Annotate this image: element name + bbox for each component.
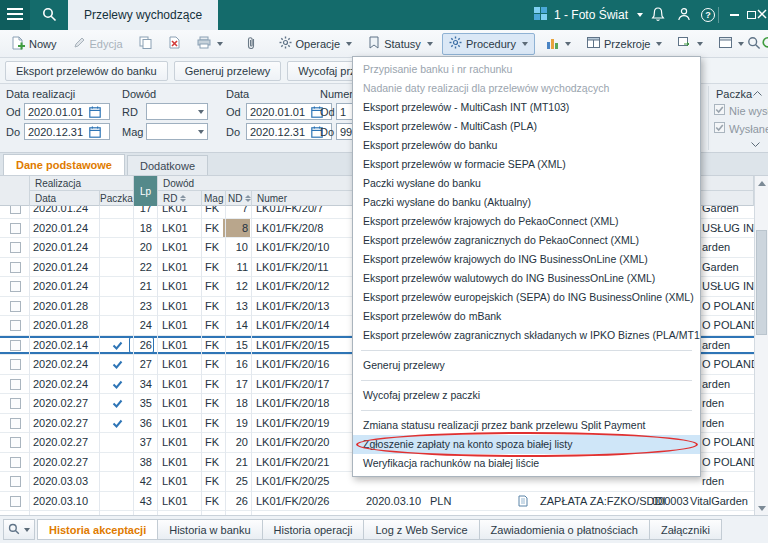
global-search-button[interactable] [36,0,62,30]
calendar-icon[interactable] [87,124,103,139]
delete-button[interactable] [161,33,188,55]
quick-search-button[interactable] [743,33,765,55]
views-dropdown-button[interactable]: Przekroje [580,33,669,55]
paczka-wyslane-checkbox[interactable] [714,122,725,133]
row-checkbox[interactable] [10,476,21,487]
menu-item[interactable]: Eksport przelewów do banku [353,136,700,155]
data-do-input[interactable] [247,126,309,138]
row-checkbox[interactable] [10,457,21,468]
row-checkbox[interactable] [10,223,21,234]
header-rd[interactable]: RD [158,191,202,206]
generate-transfers-button[interactable]: Generuj przelewy [174,61,282,81]
cell-data: 2020.01.24 [33,277,97,297]
menu-item[interactable]: Eksport przelewów krajowych do ING Busin… [353,250,700,269]
bottom-tab[interactable]: Załączniki [649,519,722,540]
company-context-selector[interactable]: 1 - Foto Świat [534,0,643,30]
operations-dropdown-button[interactable]: Operacje [272,33,360,55]
menu-item[interactable]: Eksport przelewów zagranicznych składany… [353,326,700,345]
title-bar: Przelewy wychodzące 1 - Foto Świat [0,0,768,30]
tab-dodatkowe[interactable]: Dodatkowe [127,155,208,175]
menu-item[interactable]: Zmiana statusu realizacji przez bank prz… [353,416,700,435]
row-checkbox[interactable] [10,320,21,331]
row-checkbox[interactable] [10,418,21,429]
menu-item[interactable]: Eksport przelewów krajowych do PekaoConn… [353,212,700,231]
print-button[interactable] [190,33,230,55]
menu-item[interactable]: Eksport przelewów w formacie SEPA (XML) [353,155,700,174]
paczka-niewyslane-checkbox[interactable] [714,104,725,115]
menu-item[interactable]: Weryfikacja rachunków na białej liście [353,454,700,473]
notifications-button[interactable] [646,0,670,30]
cell-lp: 21 [132,277,152,297]
row-checkbox[interactable] [10,242,21,253]
cell-lp: 27 [132,355,152,375]
row-checkbox[interactable] [10,398,21,409]
data-od-input[interactable] [247,106,309,118]
select-all-header[interactable] [0,176,30,206]
menu-item: Przypisanie banku i nr rachunku [353,60,700,79]
new-button[interactable]: Nowy [4,33,64,55]
gear-icon [279,36,292,51]
bottom-tab[interactable]: Historia akceptacji [37,519,158,540]
bottom-tab[interactable]: Log z Web Service [363,519,479,540]
vertical-scrollbar[interactable] [754,176,768,515]
menu-item[interactable]: Eksport przelewów walutowych do ING Busi… [353,269,700,288]
header-nd[interactable]: ND [226,191,252,206]
realizacja-do-input[interactable] [25,126,87,138]
window-tab-przelewy-wychodzace[interactable]: Przelewy wychodzące [68,0,218,30]
menu-item[interactable]: Generuj przelewy [353,356,700,375]
row-checkbox[interactable] [10,359,21,370]
menu-item[interactable]: Eksport przelewów - MultiCash (PLA) [353,117,700,136]
export-view-dropdown-button[interactable] [671,33,710,55]
expand-filter-button[interactable] [747,138,763,150]
scroll-down-button[interactable] [755,501,768,515]
menu-item[interactable]: Paczki wysłane do banku (Aktualny) [353,193,700,212]
cell-numer: LK01/FK/20/11 [256,258,366,278]
scrollbar-thumb[interactable] [756,230,767,335]
header-group-realizacja[interactable]: Realizacja [30,176,134,191]
calendar-icon[interactable] [87,104,103,119]
row-checkbox[interactable] [10,281,21,292]
header-mag[interactable]: Mag [202,191,226,206]
table-row[interactable]: 2020.03.1043LK01FK26LK01/FK/20/262020.03… [0,492,754,512]
row-checkbox[interactable] [10,262,21,273]
bottom-tab[interactable]: Historia w banku [157,519,262,540]
bookmark-icon [368,36,380,51]
rd-combo[interactable] [146,103,208,120]
header-lp[interactable]: Lp [134,176,158,206]
hamburger-menu-button[interactable] [0,0,30,30]
attachments-button[interactable] [240,33,262,55]
header-data[interactable]: Data [30,191,100,206]
menu-item[interactable]: Wycofaj przelew z paczki [353,386,700,405]
header-paczka[interactable]: Paczka [100,191,134,206]
row-checkbox[interactable] [10,437,21,448]
row-checkbox[interactable] [10,301,21,312]
row-checkbox[interactable] [10,206,21,214]
copy-button[interactable] [132,33,159,55]
row-checkbox[interactable] [10,340,21,351]
procedures-dropdown-button[interactable]: Procedury [442,33,535,55]
user-button[interactable] [672,0,696,30]
menu-item[interactable]: Eksport przelewów do mBank [353,307,700,326]
help-button[interactable] [696,0,720,30]
tab-dane-podstawowe[interactable]: Dane podstawowe [3,154,125,175]
export-to-bank-button[interactable]: Eksport przelewów do banku [5,61,168,81]
menu-item[interactable]: Zgłoszenie zapłaty na konto spoza białej… [353,435,700,454]
paczka-check-icon [100,375,134,395]
close-button[interactable] [755,0,768,30]
scroll-up-button[interactable] [755,176,768,190]
bottom-tab[interactable]: Zawiadomienia o płatnościach [479,519,650,540]
collapse-filter-button[interactable] [749,87,765,99]
charts-dropdown-button[interactable] [539,33,578,55]
menu-item[interactable]: Paczki wysłane do banku [353,174,700,193]
menu-item[interactable]: Eksport przelewów - MultiCash INT (MT103… [353,98,700,117]
statuses-dropdown-button[interactable]: Statusy [361,33,440,55]
company-grid-icon [534,7,547,23]
bottom-search-button[interactable] [3,519,35,540]
row-checkbox[interactable] [10,496,21,507]
realizacja-od-input[interactable] [25,106,87,118]
row-checkbox[interactable] [10,379,21,390]
mag-combo[interactable] [146,123,208,140]
menu-item[interactable]: Eksport przelewów europejskich (SEPA) do… [353,288,700,307]
bottom-tab[interactable]: Historia operacji [262,519,365,540]
menu-item[interactable]: Eksport przelewów zagranicznych do Pekao… [353,231,700,250]
